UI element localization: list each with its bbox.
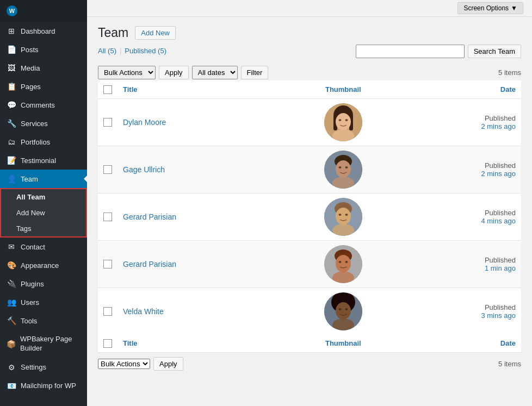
- sidebar-item-tools[interactable]: 🔨 Tools: [0, 311, 87, 330]
- sidebar-item-contact[interactable]: ✉ Contact: [0, 238, 87, 256]
- bulk-actions-select-bottom[interactable]: Bulk Actions: [98, 359, 150, 369]
- row-thumbnail-1: [281, 98, 405, 146]
- services-icon: 🔧: [7, 119, 16, 128]
- row-title-3: Gerard Parisian: [117, 193, 281, 240]
- footer-title-sort-link[interactable]: Title: [123, 339, 138, 347]
- title-sort-link[interactable]: Title: [123, 85, 138, 93]
- row-timeago-2[interactable]: 2 mins ago: [411, 170, 516, 178]
- submenu-item-add-new[interactable]: Add New: [1, 205, 86, 221]
- row-status-3: Published: [411, 209, 516, 217]
- row-timeago-4[interactable]: 1 min ago: [411, 264, 516, 272]
- row-title-1: Dylan Moore: [117, 98, 281, 146]
- row-checkbox-2[interactable]: [103, 165, 112, 174]
- footer-thumbnail: Thumbnail: [281, 335, 405, 353]
- sidebar-item-users[interactable]: 👥 Users: [0, 293, 87, 311]
- sidebar-item-wpbakery[interactable]: 📦 WPBakery Page Builder: [0, 330, 87, 358]
- sidebar-item-mailchimp[interactable]: 📧 Mailchimp for WP: [0, 377, 87, 395]
- wp-icon: W: [7, 5, 17, 16]
- row-checkbox-4[interactable]: [103, 260, 112, 268]
- svg-point-40: [345, 308, 348, 310]
- apply-button-top[interactable]: Apply: [159, 66, 189, 79]
- footer-date-sort-link[interactable]: Date: [500, 339, 516, 347]
- all-dates-select[interactable]: All dates: [192, 66, 238, 79]
- row-check-1: [98, 98, 117, 146]
- thumbnail-wrap-4: [286, 245, 400, 283]
- submenu-item-all-team[interactable]: All Team: [1, 189, 86, 205]
- sidebar-item-posts[interactable]: 📄 Posts: [0, 40, 87, 59]
- row-title-link-5[interactable]: Velda White: [123, 307, 164, 316]
- svg-point-6: [336, 113, 351, 130]
- sidebar-item-media[interactable]: 🖼 Media: [0, 59, 87, 77]
- row-timeago-1[interactable]: 2 mins ago: [411, 122, 516, 130]
- sidebar-item-label: Pages: [21, 83, 41, 91]
- row-title-link-3[interactable]: Gerard Parisian: [123, 213, 176, 221]
- filter-published-link[interactable]: Published (5): [125, 47, 166, 55]
- select-all-checkbox[interactable]: [103, 85, 112, 94]
- dashboard-icon: ⊞: [7, 27, 16, 35]
- sidebar-item-appearance[interactable]: 🎨 Appearance: [0, 256, 87, 274]
- table-row: Gerard Parisian: [98, 240, 521, 288]
- add-new-button[interactable]: Add New: [135, 26, 176, 40]
- filter-button[interactable]: Filter: [241, 66, 269, 79]
- row-checkbox-1[interactable]: [103, 118, 112, 127]
- top-toolbar: Bulk Actions Apply All dates Filter 5 it…: [98, 66, 521, 79]
- row-title-link-1[interactable]: Dylan Moore: [123, 118, 166, 127]
- testimonial-icon: 📝: [7, 156, 16, 165]
- footer-date: Date: [405, 335, 521, 353]
- bulk-actions-select[interactable]: Bulk Actions: [98, 66, 156, 79]
- filter-all-link[interactable]: All (5): [98, 47, 116, 55]
- svg-point-31: [338, 261, 341, 263]
- main-content: Screen Options ▼ Team Add New All (5) | …: [87, 0, 532, 406]
- table-row: Gage Ullrich: [98, 146, 521, 193]
- row-timeago-5[interactable]: 3 mins ago: [411, 311, 516, 320]
- thumbnail-wrap-1: [286, 103, 400, 141]
- row-title-link-4[interactable]: Gerard Parisian: [123, 260, 176, 268]
- sidebar-item-label: Dashboard: [21, 27, 55, 35]
- team-icon: 👤: [7, 174, 16, 183]
- row-thumbnail-3: [281, 193, 405, 240]
- row-checkbox-3[interactable]: [103, 213, 112, 221]
- sidebar-item-plugins[interactable]: 🔌 Plugins: [0, 274, 87, 293]
- svg-point-23: [338, 214, 341, 216]
- items-count-top: 5 items: [498, 68, 521, 77]
- sidebar-item-team[interactable]: 👤 Team: [0, 170, 87, 188]
- row-title-link-2[interactable]: Gage Ullrich: [123, 165, 165, 174]
- search-input[interactable]: [356, 45, 465, 58]
- header-thumbnail: Thumbnail: [281, 80, 405, 98]
- thumbnail-wrap-5: [286, 292, 400, 330]
- select-all-footer-checkbox[interactable]: [103, 339, 112, 348]
- svg-point-22: [336, 208, 351, 225]
- sidebar-item-label: Media: [21, 64, 40, 72]
- table-row: Velda White: [98, 288, 521, 335]
- site-logo: W: [0, 0, 87, 22]
- header-date: Date: [405, 80, 521, 98]
- date-sort-link[interactable]: Date: [500, 85, 516, 93]
- table-row: Gerard Parisian: [98, 193, 521, 240]
- sidebar-item-label: Contact: [21, 243, 45, 251]
- screen-options-button[interactable]: Screen Options ▼: [457, 2, 523, 14]
- row-check-3: [98, 193, 117, 240]
- sidebar-item-portfolios[interactable]: 🗂 Portfolios: [0, 133, 87, 151]
- sidebar-item-services[interactable]: 🔧 Services: [0, 114, 87, 133]
- row-date-2: Published 2 mins ago: [405, 146, 521, 193]
- posts-icon: 📄: [7, 45, 16, 54]
- row-checkbox-5[interactable]: [103, 307, 112, 316]
- row-check-5: [98, 288, 117, 335]
- topbar: Screen Options ▼: [87, 0, 532, 17]
- sidebar-item-label: Tools: [21, 317, 37, 325]
- search-area: Search Team: [356, 45, 521, 58]
- submenu-item-tags[interactable]: Tags: [1, 221, 86, 236]
- sidebar-item-label: Settings: [21, 363, 46, 371]
- sidebar-item-settings[interactable]: ⚙ Settings: [0, 358, 87, 377]
- row-title-5: Velda White: [117, 288, 281, 335]
- sidebar-item-testimonial[interactable]: 📝 Testimonial: [0, 151, 87, 170]
- search-team-button[interactable]: Search Team: [468, 45, 521, 58]
- apply-button-bottom[interactable]: Apply: [153, 357, 183, 371]
- sidebar-item-comments[interactable]: 💬 Comments: [0, 96, 87, 114]
- svg-point-14: [336, 160, 351, 178]
- content-area: Team Add New All (5) | Published (5) Sea…: [87, 17, 532, 406]
- sidebar-item-pages[interactable]: 📋 Pages: [0, 77, 87, 96]
- svg-point-38: [336, 302, 351, 320]
- sidebar-item-dashboard[interactable]: ⊞ Dashboard: [0, 22, 87, 40]
- row-timeago-3[interactable]: 4 mins ago: [411, 217, 516, 225]
